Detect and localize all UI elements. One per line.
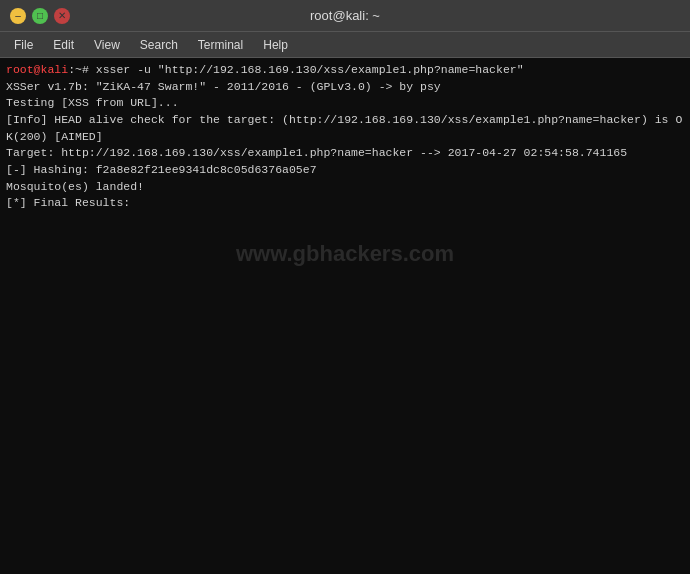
watermark: www.gbhackers.com: [236, 238, 454, 270]
menu-edit[interactable]: Edit: [45, 36, 82, 54]
terminal-line: [*] Final Results:: [6, 195, 684, 212]
menu-bar: File Edit View Search Terminal Help: [0, 32, 690, 58]
title-bar: – □ ✕ root@kali: ~: [0, 0, 690, 32]
close-button[interactable]: ✕: [54, 8, 70, 24]
menu-view[interactable]: View: [86, 36, 128, 54]
terminal-line: root@kali:~# xsser -u "http://192.168.16…: [6, 62, 684, 79]
terminal-line: [-] Hashing: f2a8e82f21ee9341dc8c05d6376…: [6, 162, 684, 179]
maximize-button[interactable]: □: [32, 8, 48, 24]
menu-file[interactable]: File: [6, 36, 41, 54]
terminal-line: Target: http://192.168.169.130/xss/examp…: [6, 145, 684, 162]
menu-help[interactable]: Help: [255, 36, 296, 54]
terminal-line: Mosquito(es) landed!: [6, 179, 684, 196]
minimize-button[interactable]: –: [10, 8, 26, 24]
menu-search[interactable]: Search: [132, 36, 186, 54]
window-title: root@kali: ~: [70, 8, 620, 23]
terminal-line: [Info] HEAD alive check for the target: …: [6, 112, 684, 145]
terminal-output: www.gbhackers.com root@kali:~# xsser -u …: [0, 58, 690, 574]
terminal-line: Testing [XSS from URL]...: [6, 95, 684, 112]
menu-terminal[interactable]: Terminal: [190, 36, 251, 54]
terminal-line: XSSer v1.7b: "ZiKA-47 Swarm!" - 2011/201…: [6, 79, 684, 96]
